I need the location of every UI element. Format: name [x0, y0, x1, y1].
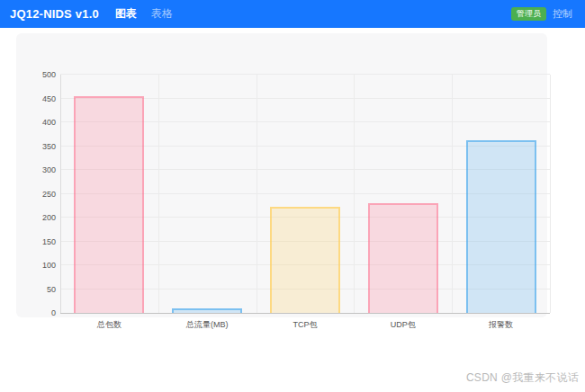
- y-axis-tick-label: 500: [32, 70, 56, 79]
- y-axis-line: [60, 75, 61, 313]
- bar-chart-plot-area: 050100150200250300350400450500总包数总流量(MB)…: [60, 75, 550, 313]
- y-axis-tick-label: 300: [32, 165, 56, 174]
- x-axis-category-label: 总包数: [60, 319, 158, 331]
- grid-line-vertical: [256, 75, 257, 313]
- main-nav: 图表 表格: [115, 6, 173, 22]
- x-axis-category-label: UDP包: [354, 319, 452, 331]
- bar-总流量(MB)[interactable]: [172, 308, 242, 313]
- grid-line-vertical: [550, 75, 551, 313]
- watermark: CSDN @我重来不说话: [466, 370, 579, 386]
- y-axis-tick-label: 0: [32, 308, 56, 317]
- header-right: 管理员 控制: [511, 7, 572, 21]
- grid-line-vertical: [452, 75, 453, 313]
- page: JQ12-NIDS v1.0 图表 表格 管理员 控制 050100150200…: [0, 0, 585, 392]
- bar-总包数[interactable]: [74, 96, 144, 313]
- role-badge: 管理员: [511, 7, 546, 21]
- bar-UDP包[interactable]: [368, 203, 438, 313]
- y-axis-tick-label: 50: [32, 285, 56, 294]
- bar-报警数[interactable]: [466, 140, 536, 313]
- y-axis-tick-label: 450: [32, 94, 56, 103]
- x-axis-category-label: 总流量(MB): [158, 319, 256, 331]
- tab-charts[interactable]: 图表: [115, 6, 137, 22]
- chart-panel: 050100150200250300350400450500总包数总流量(MB)…: [16, 33, 547, 317]
- y-axis-tick-label: 200: [32, 213, 56, 222]
- app-title: JQ12-NIDS v1.0: [10, 7, 99, 21]
- grid-line-horizontal: [60, 74, 550, 75]
- x-axis-category-label: 报警数: [452, 319, 550, 331]
- y-axis-tick-label: 400: [32, 118, 56, 127]
- tab-tables[interactable]: 表格: [151, 6, 173, 22]
- bar-TCP包[interactable]: [270, 207, 340, 313]
- y-axis-tick-label: 350: [32, 142, 56, 151]
- y-axis-tick-label: 150: [32, 237, 56, 246]
- app-header: JQ12-NIDS v1.0 图表 表格 管理员 控制: [0, 0, 585, 28]
- grid-line-horizontal: [60, 313, 550, 314]
- y-axis-tick-label: 100: [32, 261, 56, 270]
- x-axis-category-label: TCP包: [256, 319, 355, 331]
- grid-line-vertical: [158, 75, 159, 313]
- control-link[interactable]: 控制: [553, 7, 572, 21]
- grid-line-vertical: [354, 75, 355, 313]
- y-axis-tick-label: 250: [32, 190, 56, 199]
